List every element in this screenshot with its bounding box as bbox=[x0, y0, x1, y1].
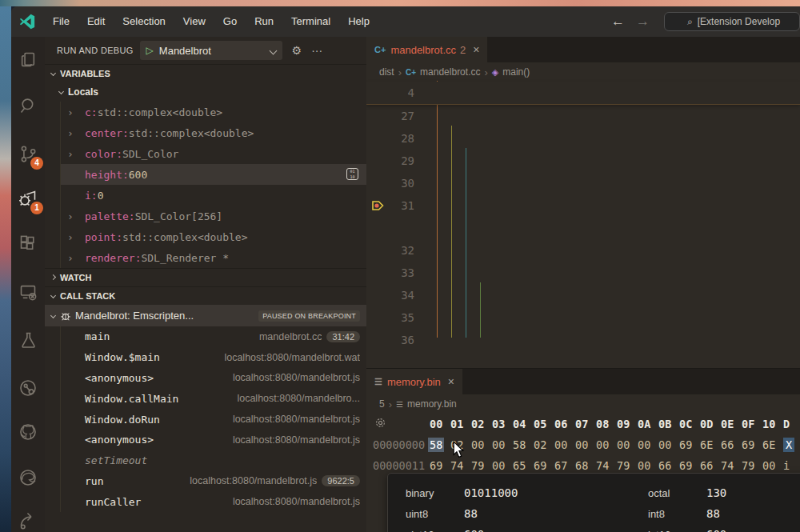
stack-frame-setTimeout[interactable]: setTimeout bbox=[60, 450, 366, 471]
line-number[interactable]: 35 bbox=[366, 306, 419, 329]
hex-byte[interactable]: 67 bbox=[554, 459, 575, 472]
hex-byte[interactable]: 00 bbox=[638, 459, 658, 472]
activity-item-share[interactable] bbox=[11, 504, 45, 532]
code-line-wrap[interactable] bbox=[366, 217, 800, 239]
watch-section-header[interactable]: WATCH bbox=[45, 268, 366, 286]
command-center-search[interactable]: ⌕ [Extension Develop bbox=[664, 12, 800, 31]
hex-byte[interactable]: 74 bbox=[721, 459, 742, 472]
hex-row-00000000[interactable]: 00000000580200005802000000000000696E6669… bbox=[366, 434, 800, 455]
code-line-4[interactable]: 4 bbox=[366, 82, 419, 104]
code-line-29[interactable]: 29 bbox=[366, 150, 800, 172]
code-line-35[interactable]: 35 bbox=[366, 306, 800, 329]
hex-byte[interactable]: 69 bbox=[679, 459, 700, 472]
activity-item-explorer[interactable] bbox=[11, 44, 45, 76]
hex-byte[interactable]: 00 bbox=[658, 438, 679, 451]
hex-byte[interactable]: 69 bbox=[534, 459, 554, 472]
stack-frame-main[interactable]: mainmandelbrot.cc31:42 bbox=[60, 326, 366, 347]
hex-byte[interactable]: 00 bbox=[492, 459, 513, 472]
code-line-34[interactable]: 34 bbox=[366, 284, 800, 306]
activity-item-live-share[interactable] bbox=[11, 372, 45, 404]
hex-byte[interactable]: 79 bbox=[471, 459, 492, 472]
variable-row-i[interactable]: i: 0 bbox=[60, 185, 366, 206]
hex-byte[interactable]: 00 bbox=[762, 459, 783, 472]
hex-byte[interactable]: 68 bbox=[575, 459, 596, 472]
tab-mandelbrot-cc[interactable]: C+ mandelbrot.cc 2 × bbox=[366, 37, 487, 62]
hex-byte[interactable]: 65 bbox=[513, 459, 534, 472]
line-number[interactable]: 30 bbox=[366, 172, 419, 194]
code-line-28[interactable]: 28 bbox=[366, 127, 800, 150]
sticky-scroll-line[interactable]: 4 bbox=[366, 82, 800, 105]
activity-item-search[interactable] bbox=[11, 90, 45, 122]
variable-row-palette[interactable]: ›palette: SDL_Color[256] bbox=[60, 206, 366, 226]
menu-go[interactable]: Go bbox=[214, 6, 246, 37]
breadcrumb-symbol[interactable]: main() bbox=[502, 66, 530, 78]
variable-row-renderer[interactable]: ›renderer: SDL_Renderer * bbox=[60, 247, 366, 268]
gear-icon[interactable] bbox=[374, 417, 386, 429]
close-icon[interactable]: × bbox=[473, 43, 479, 56]
hex-byte[interactable]: 00 bbox=[596, 438, 617, 451]
hex-byte[interactable]: 74 bbox=[450, 459, 471, 472]
variable-row-color[interactable]: ›color: SDL_Color bbox=[60, 143, 366, 164]
code-line-36[interactable]: 36 bbox=[366, 329, 800, 351]
hex-byte[interactable]: 00 bbox=[575, 438, 596, 451]
hex-byte[interactable]: 02 bbox=[534, 438, 554, 451]
menu-view[interactable]: View bbox=[174, 6, 214, 37]
activity-item-extensions[interactable] bbox=[11, 228, 45, 260]
stack-frame-anonymous[interactable]: <anonymous>localhost:8080/mandelbrot.js bbox=[60, 368, 366, 389]
more-actions-icon[interactable]: ··· bbox=[311, 44, 322, 57]
hex-byte[interactable]: 79 bbox=[617, 459, 638, 472]
stack-frame-runCaller[interactable]: runCallerlocalhost:8080/mandelbrot.js bbox=[60, 491, 366, 512]
activity-item-remote-explorer[interactable] bbox=[11, 276, 45, 308]
forward-arrow-icon[interactable]: → bbox=[636, 14, 650, 30]
line-number[interactable]: 29 bbox=[366, 150, 419, 172]
breadcrumb-file[interactable]: memory.bin bbox=[407, 398, 457, 410]
code-line-30[interactable]: 30 bbox=[366, 172, 800, 194]
line-number[interactable]: 36 bbox=[366, 329, 419, 351]
line-number[interactable]: 32 bbox=[366, 239, 419, 262]
view-binary-icon[interactable]: 0110 bbox=[346, 168, 358, 180]
activity-item-run-and-debug[interactable]: 1 bbox=[11, 182, 45, 214]
launch-config-dropdown[interactable]: ▷ Mandelbrot bbox=[140, 41, 282, 60]
hex-byte[interactable]: 6E bbox=[700, 438, 721, 451]
line-number[interactable] bbox=[366, 217, 419, 239]
code-line-32[interactable]: 32 bbox=[366, 239, 800, 262]
code-line-31[interactable]: 31 bbox=[366, 194, 800, 217]
breadcrumb-file[interactable]: mandelbrot.cc bbox=[420, 66, 480, 78]
gear-icon[interactable]: ⚙ bbox=[292, 44, 302, 57]
line-number[interactable]: 27 bbox=[366, 105, 419, 127]
tab-memory-bin[interactable]: ☰ memory.bin × bbox=[366, 369, 462, 394]
hex-byte[interactable]: 69 bbox=[742, 438, 762, 451]
menu-file[interactable]: File bbox=[44, 6, 78, 37]
line-number[interactable]: 34 bbox=[366, 284, 419, 306]
menu-edit[interactable]: Edit bbox=[78, 6, 114, 37]
breadcrumb-folder[interactable]: dist bbox=[379, 66, 394, 78]
hex-byte[interactable]: 66 bbox=[721, 438, 742, 451]
code-line-33[interactable]: 33 bbox=[366, 262, 800, 284]
activity-item-edge-browser[interactable] bbox=[11, 462, 45, 494]
hex-byte[interactable]: 79 bbox=[742, 459, 762, 472]
back-arrow-icon[interactable]: ← bbox=[611, 14, 625, 30]
code-area[interactable]: 27282930313233343536 bbox=[366, 105, 800, 351]
line-number[interactable]: 4 bbox=[366, 82, 419, 104]
breadcrumb[interactable]: dist › C+ mandelbrot.cc › ◈ main() bbox=[366, 62, 800, 82]
variables-section-header[interactable]: VARIABLES bbox=[45, 64, 366, 82]
locals-scope-header[interactable]: Locals bbox=[45, 82, 366, 102]
stack-frame-Window.$main[interactable]: Window.$mainlocalhost:8080/mandelbrot.wa… bbox=[60, 347, 366, 368]
hex-rows[interactable]: 00000000580200005802000000000000696E6669… bbox=[366, 434, 800, 476]
code-line-27[interactable]: 27 bbox=[366, 105, 800, 127]
menu-run[interactable]: Run bbox=[246, 6, 282, 37]
variable-row-c[interactable]: ›c: std::complex<double> bbox=[60, 102, 366, 122]
hex-byte[interactable]: 00 bbox=[554, 438, 575, 451]
close-icon[interactable]: × bbox=[448, 375, 454, 388]
line-number[interactable]: 31 bbox=[366, 194, 419, 217]
stack-frame-Window.callMain[interactable]: Window.callMainlocalhost:8080/mandelbro.… bbox=[60, 388, 366, 409]
stack-frame-Window.doRun[interactable]: Window.doRunlocalhost:8080/mandelbrot.js bbox=[60, 409, 366, 430]
hex-byte[interactable]: 58 bbox=[513, 438, 534, 451]
activity-item-testing[interactable] bbox=[11, 324, 45, 356]
activity-item-github[interactable] bbox=[11, 416, 45, 448]
hex-byte[interactable]: 00 bbox=[617, 438, 638, 451]
variable-row-height[interactable]: height: 6000110 bbox=[60, 164, 366, 185]
breadcrumb-folder[interactable]: 5 bbox=[379, 398, 385, 410]
menu-help[interactable]: Help bbox=[339, 6, 378, 37]
stack-frame-anonymous[interactable]: <anonymous>localhost:8080/mandelbrot.js bbox=[60, 430, 366, 450]
